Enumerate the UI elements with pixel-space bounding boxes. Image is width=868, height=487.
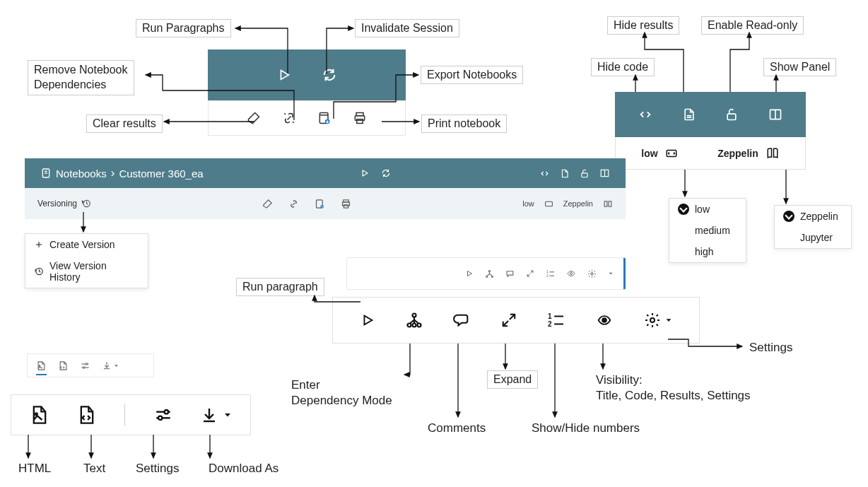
layout-menu[interactable]: Zeppelin Jupyter bbox=[774, 205, 852, 249]
sliders-icon[interactable] bbox=[80, 360, 90, 371]
breadcrumb-root[interactable]: Notebooks bbox=[56, 168, 107, 180]
label-run-paragraph: Run paragraph bbox=[236, 278, 324, 296]
expand-icon[interactable] bbox=[501, 312, 517, 328]
label-export-notebooks: Export Notebooks bbox=[421, 66, 523, 84]
svg-marker-41 bbox=[609, 273, 613, 275]
refresh-icon[interactable] bbox=[322, 67, 337, 83]
width-option-medium[interactable]: medium bbox=[669, 220, 746, 241]
eye-icon[interactable] bbox=[566, 269, 576, 278]
run-icon[interactable] bbox=[360, 312, 375, 328]
svg-point-32 bbox=[491, 276, 493, 277]
run-icon[interactable] bbox=[276, 67, 292, 83]
label-remove-deps: Remove Notebook Dependencies bbox=[28, 60, 134, 95]
refresh-icon[interactable] bbox=[381, 168, 391, 178]
lock-open-icon[interactable] bbox=[725, 107, 739, 122]
comment-icon[interactable] bbox=[454, 312, 471, 328]
tree-icon[interactable] bbox=[485, 269, 494, 278]
svg-rect-8 bbox=[727, 114, 736, 119]
width-menu[interactable]: low medium high bbox=[669, 198, 746, 263]
svg-point-40 bbox=[591, 272, 593, 274]
sliders-icon[interactable] bbox=[153, 406, 173, 424]
text-icon[interactable] bbox=[77, 404, 97, 426]
html-icon[interactable] bbox=[36, 360, 47, 371]
label-enter-dep: Enter Dependency Mode bbox=[286, 375, 398, 411]
layout-option-zeppelin[interactable]: Zeppelin bbox=[775, 206, 851, 227]
svg-point-56 bbox=[39, 365, 40, 365]
label-show-panel: Show Panel bbox=[763, 58, 836, 76]
gear-dropdown[interactable] bbox=[644, 312, 672, 329]
svg-marker-15 bbox=[363, 170, 368, 176]
width-swap-icon[interactable] bbox=[544, 199, 553, 209]
svg-line-34 bbox=[527, 274, 530, 277]
export-icon[interactable] bbox=[317, 111, 332, 125]
main-header: Notebooks › Customer 360_ea bbox=[25, 158, 626, 188]
panel-icon[interactable] bbox=[599, 168, 610, 178]
numbers-icon[interactable]: 12 bbox=[546, 269, 555, 278]
export-icon[interactable] bbox=[315, 199, 325, 209]
run-icon[interactable] bbox=[360, 168, 370, 178]
book-icon[interactable] bbox=[603, 199, 613, 209]
svg-marker-0 bbox=[281, 71, 288, 80]
svg-marker-42 bbox=[364, 316, 372, 325]
svg-line-48 bbox=[503, 321, 508, 326]
option-label: medium bbox=[695, 225, 730, 236]
mini-width-label[interactable]: low bbox=[522, 199, 534, 208]
breadcrumb-sep: › bbox=[111, 166, 115, 180]
book-icon[interactable] bbox=[766, 147, 780, 160]
unlink-icon[interactable] bbox=[282, 111, 296, 125]
notebooks-icon bbox=[40, 168, 52, 179]
history-icon[interactable] bbox=[81, 199, 91, 209]
comment-icon[interactable] bbox=[505, 269, 515, 278]
paragraph-toolbar-mini: 12 bbox=[346, 257, 626, 290]
width-option-low[interactable]: low bbox=[669, 199, 746, 220]
label-run-paragraphs: Run Paragraphs bbox=[136, 19, 231, 37]
paragraph-toolbar-enlarged: 12 bbox=[332, 297, 700, 344]
svg-rect-25 bbox=[545, 201, 552, 206]
option-label: Zeppelin bbox=[800, 211, 838, 222]
text-icon[interactable] bbox=[58, 360, 69, 371]
versioning-menu[interactable]: Create Version View Version History bbox=[25, 233, 148, 288]
page-title: Customer 360_ea bbox=[119, 168, 203, 180]
download-dropdown[interactable] bbox=[201, 406, 232, 424]
panel-icon[interactable] bbox=[768, 107, 783, 122]
width-option-high[interactable]: high bbox=[669, 241, 746, 262]
lock-open-icon[interactable] bbox=[580, 168, 590, 179]
unlink-icon[interactable] bbox=[288, 199, 299, 209]
label-text: Text bbox=[78, 459, 111, 478]
width-swap-icon[interactable] bbox=[665, 147, 678, 160]
view-version-history[interactable]: View Version History bbox=[25, 255, 148, 288]
svg-line-33 bbox=[531, 271, 534, 274]
label-settings: Settings bbox=[744, 339, 798, 357]
eraser-icon[interactable] bbox=[262, 199, 273, 209]
menu-label: Create Version bbox=[49, 239, 115, 250]
label-expand: Expand bbox=[487, 370, 538, 389]
download-dropdown[interactable] bbox=[102, 360, 119, 370]
print-icon[interactable] bbox=[341, 199, 351, 209]
gear-icon[interactable] bbox=[587, 269, 597, 278]
tree-icon[interactable] bbox=[406, 312, 423, 329]
width-label: low bbox=[641, 148, 657, 159]
label-html: HTML bbox=[13, 459, 57, 478]
create-version[interactable]: Create Version bbox=[25, 234, 148, 255]
eraser-icon[interactable] bbox=[247, 111, 261, 125]
mini-layout-label[interactable]: Zeppelin bbox=[563, 199, 593, 208]
run-icon[interactable] bbox=[465, 269, 474, 278]
svg-point-60 bbox=[83, 366, 85, 368]
print-icon[interactable] bbox=[353, 111, 367, 125]
versioning-label[interactable]: Versioning bbox=[37, 199, 77, 209]
code-icon[interactable] bbox=[539, 168, 550, 179]
secondary-toolbar: Versioning low Zeppelin bbox=[25, 188, 626, 219]
svg-marker-63 bbox=[115, 365, 118, 367]
html-icon[interactable] bbox=[30, 404, 49, 426]
code-icon[interactable] bbox=[638, 107, 653, 122]
file-icon[interactable] bbox=[560, 168, 570, 179]
layout-option-jupyter[interactable]: Jupyter bbox=[775, 227, 851, 248]
svg-point-68 bbox=[158, 416, 162, 420]
plus-icon bbox=[34, 240, 44, 250]
chevron-down-icon[interactable] bbox=[608, 271, 614, 276]
numbers-icon[interactable]: 12 bbox=[547, 312, 564, 328]
file-icon[interactable] bbox=[682, 107, 696, 122]
eye-icon[interactable] bbox=[595, 313, 614, 327]
expand-icon[interactable] bbox=[526, 269, 534, 278]
svg-text:2: 2 bbox=[546, 274, 549, 277]
